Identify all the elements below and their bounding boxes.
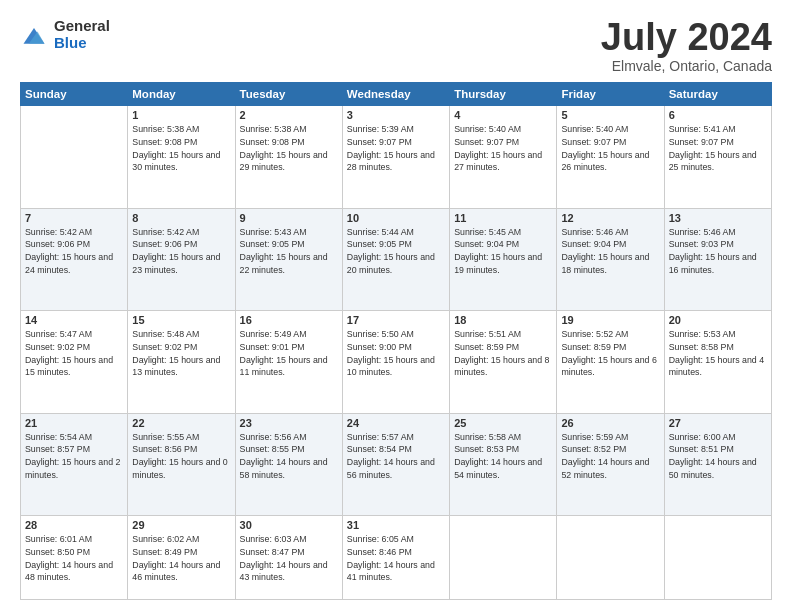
logo-text: General Blue	[54, 18, 110, 51]
day-info: Sunrise: 5:47 AMSunset: 9:02 PMDaylight:…	[25, 328, 123, 379]
day-number: 8	[132, 212, 230, 224]
table-row: 11Sunrise: 5:45 AMSunset: 9:04 PMDayligh…	[450, 208, 557, 311]
day-info: Sunrise: 6:03 AMSunset: 8:47 PMDaylight:…	[240, 533, 338, 584]
day-info: Sunrise: 5:41 AMSunset: 9:07 PMDaylight:…	[669, 123, 767, 174]
table-row: 25Sunrise: 5:58 AMSunset: 8:53 PMDayligh…	[450, 413, 557, 516]
table-row: 21Sunrise: 5:54 AMSunset: 8:57 PMDayligh…	[21, 413, 128, 516]
title-location: Elmvale, Ontario, Canada	[601, 58, 772, 74]
logo: General Blue	[20, 18, 110, 51]
table-row: 1Sunrise: 5:38 AMSunset: 9:08 PMDaylight…	[128, 106, 235, 209]
day-number: 6	[669, 109, 767, 121]
table-row: 9Sunrise: 5:43 AMSunset: 9:05 PMDaylight…	[235, 208, 342, 311]
day-number: 23	[240, 417, 338, 429]
day-number: 22	[132, 417, 230, 429]
table-row: 5Sunrise: 5:40 AMSunset: 9:07 PMDaylight…	[557, 106, 664, 209]
day-number: 30	[240, 519, 338, 531]
calendar-week-row: 28Sunrise: 6:01 AMSunset: 8:50 PMDayligh…	[21, 516, 772, 600]
day-number: 3	[347, 109, 445, 121]
calendar-table: Sunday Monday Tuesday Wednesday Thursday…	[20, 82, 772, 600]
col-tuesday: Tuesday	[235, 83, 342, 106]
day-number: 13	[669, 212, 767, 224]
day-info: Sunrise: 5:54 AMSunset: 8:57 PMDaylight:…	[25, 431, 123, 482]
day-info: Sunrise: 5:55 AMSunset: 8:56 PMDaylight:…	[132, 431, 230, 482]
logo-icon	[20, 21, 48, 49]
calendar-week-row: 21Sunrise: 5:54 AMSunset: 8:57 PMDayligh…	[21, 413, 772, 516]
table-row	[450, 516, 557, 600]
day-number: 7	[25, 212, 123, 224]
table-row: 29Sunrise: 6:02 AMSunset: 8:49 PMDayligh…	[128, 516, 235, 600]
logo-general: General	[54, 18, 110, 35]
day-info: Sunrise: 5:40 AMSunset: 9:07 PMDaylight:…	[454, 123, 552, 174]
table-row: 10Sunrise: 5:44 AMSunset: 9:05 PMDayligh…	[342, 208, 449, 311]
day-info: Sunrise: 5:45 AMSunset: 9:04 PMDaylight:…	[454, 226, 552, 277]
day-info: Sunrise: 5:56 AMSunset: 8:55 PMDaylight:…	[240, 431, 338, 482]
table-row: 17Sunrise: 5:50 AMSunset: 9:00 PMDayligh…	[342, 311, 449, 414]
day-number: 27	[669, 417, 767, 429]
day-info: Sunrise: 5:39 AMSunset: 9:07 PMDaylight:…	[347, 123, 445, 174]
day-number: 16	[240, 314, 338, 326]
title-block: July 2024 Elmvale, Ontario, Canada	[601, 18, 772, 74]
table-row: 13Sunrise: 5:46 AMSunset: 9:03 PMDayligh…	[664, 208, 771, 311]
table-row: 7Sunrise: 5:42 AMSunset: 9:06 PMDaylight…	[21, 208, 128, 311]
day-info: Sunrise: 5:52 AMSunset: 8:59 PMDaylight:…	[561, 328, 659, 379]
day-number: 28	[25, 519, 123, 531]
table-row: 6Sunrise: 5:41 AMSunset: 9:07 PMDaylight…	[664, 106, 771, 209]
day-number: 20	[669, 314, 767, 326]
header: General Blue July 2024 Elmvale, Ontario,…	[20, 18, 772, 74]
col-friday: Friday	[557, 83, 664, 106]
day-number: 9	[240, 212, 338, 224]
table-row: 20Sunrise: 5:53 AMSunset: 8:58 PMDayligh…	[664, 311, 771, 414]
day-number: 12	[561, 212, 659, 224]
table-row: 14Sunrise: 5:47 AMSunset: 9:02 PMDayligh…	[21, 311, 128, 414]
table-row: 19Sunrise: 5:52 AMSunset: 8:59 PMDayligh…	[557, 311, 664, 414]
day-number: 24	[347, 417, 445, 429]
day-number: 31	[347, 519, 445, 531]
day-number: 18	[454, 314, 552, 326]
col-thursday: Thursday	[450, 83, 557, 106]
table-row: 3Sunrise: 5:39 AMSunset: 9:07 PMDaylight…	[342, 106, 449, 209]
day-number: 19	[561, 314, 659, 326]
day-number: 21	[25, 417, 123, 429]
day-number: 1	[132, 109, 230, 121]
day-info: Sunrise: 5:42 AMSunset: 9:06 PMDaylight:…	[132, 226, 230, 277]
calendar-week-row: 7Sunrise: 5:42 AMSunset: 9:06 PMDaylight…	[21, 208, 772, 311]
table-row: 28Sunrise: 6:01 AMSunset: 8:50 PMDayligh…	[21, 516, 128, 600]
day-number: 26	[561, 417, 659, 429]
day-info: Sunrise: 5:49 AMSunset: 9:01 PMDaylight:…	[240, 328, 338, 379]
day-info: Sunrise: 5:46 AMSunset: 9:04 PMDaylight:…	[561, 226, 659, 277]
day-info: Sunrise: 5:58 AMSunset: 8:53 PMDaylight:…	[454, 431, 552, 482]
table-row: 24Sunrise: 5:57 AMSunset: 8:54 PMDayligh…	[342, 413, 449, 516]
page: General Blue July 2024 Elmvale, Ontario,…	[0, 0, 792, 612]
table-row: 23Sunrise: 5:56 AMSunset: 8:55 PMDayligh…	[235, 413, 342, 516]
day-number: 2	[240, 109, 338, 121]
table-row: 16Sunrise: 5:49 AMSunset: 9:01 PMDayligh…	[235, 311, 342, 414]
day-number: 4	[454, 109, 552, 121]
day-info: Sunrise: 5:57 AMSunset: 8:54 PMDaylight:…	[347, 431, 445, 482]
day-info: Sunrise: 6:01 AMSunset: 8:50 PMDaylight:…	[25, 533, 123, 584]
day-info: Sunrise: 5:48 AMSunset: 9:02 PMDaylight:…	[132, 328, 230, 379]
table-row: 8Sunrise: 5:42 AMSunset: 9:06 PMDaylight…	[128, 208, 235, 311]
day-number: 11	[454, 212, 552, 224]
day-number: 14	[25, 314, 123, 326]
table-row	[21, 106, 128, 209]
table-row: 12Sunrise: 5:46 AMSunset: 9:04 PMDayligh…	[557, 208, 664, 311]
table-row: 18Sunrise: 5:51 AMSunset: 8:59 PMDayligh…	[450, 311, 557, 414]
header-row: Sunday Monday Tuesday Wednesday Thursday…	[21, 83, 772, 106]
logo-blue: Blue	[54, 35, 110, 52]
day-info: Sunrise: 5:50 AMSunset: 9:00 PMDaylight:…	[347, 328, 445, 379]
table-row: 30Sunrise: 6:03 AMSunset: 8:47 PMDayligh…	[235, 516, 342, 600]
table-row: 2Sunrise: 5:38 AMSunset: 9:08 PMDaylight…	[235, 106, 342, 209]
calendar-week-row: 14Sunrise: 5:47 AMSunset: 9:02 PMDayligh…	[21, 311, 772, 414]
table-row: 31Sunrise: 6:05 AMSunset: 8:46 PMDayligh…	[342, 516, 449, 600]
col-wednesday: Wednesday	[342, 83, 449, 106]
day-number: 5	[561, 109, 659, 121]
day-info: Sunrise: 5:51 AMSunset: 8:59 PMDaylight:…	[454, 328, 552, 379]
table-row: 22Sunrise: 5:55 AMSunset: 8:56 PMDayligh…	[128, 413, 235, 516]
table-row: 4Sunrise: 5:40 AMSunset: 9:07 PMDaylight…	[450, 106, 557, 209]
day-info: Sunrise: 6:00 AMSunset: 8:51 PMDaylight:…	[669, 431, 767, 482]
day-info: Sunrise: 5:59 AMSunset: 8:52 PMDaylight:…	[561, 431, 659, 482]
day-info: Sunrise: 6:05 AMSunset: 8:46 PMDaylight:…	[347, 533, 445, 584]
table-row: 26Sunrise: 5:59 AMSunset: 8:52 PMDayligh…	[557, 413, 664, 516]
title-month: July 2024	[601, 18, 772, 56]
day-number: 29	[132, 519, 230, 531]
